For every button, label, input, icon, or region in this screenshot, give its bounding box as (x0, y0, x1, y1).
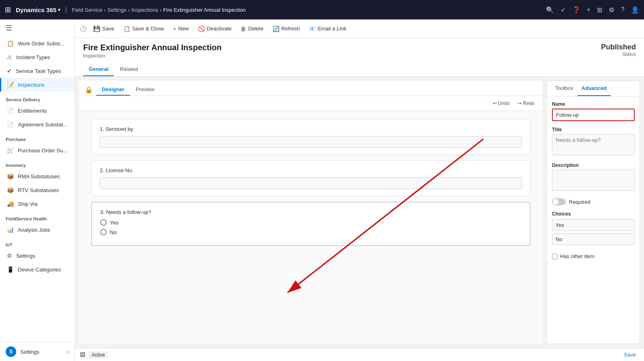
breadcrumb-settings[interactable]: Settings (107, 7, 127, 13)
sidebar-item-label: RMA Substatuses (18, 173, 60, 179)
brand[interactable]: Dynamics 365 ▾ (16, 6, 60, 13)
sidebar-item-label: Work Order Subst... (18, 41, 64, 47)
brand-name: Dynamics 365 (16, 6, 56, 13)
rp-tab-advanced[interactable]: Advanced (577, 81, 611, 96)
rtv-icon: 📦 (7, 187, 14, 193)
choice-no-input[interactable] (552, 233, 635, 245)
status-bar-icon: 🖼 (80, 352, 85, 358)
toggle-knob (553, 199, 558, 205)
has-other-checkbox[interactable] (552, 254, 558, 259)
tab-general[interactable]: General (83, 63, 114, 76)
settings-bottom-label: Settings (20, 349, 39, 355)
incident-icon: ⚠ (7, 54, 12, 60)
refresh-icon: 🔄 (273, 26, 279, 32)
add-icon[interactable]: + (587, 6, 590, 13)
sidebar-item-entitlements[interactable]: 📄 Entitlements (0, 104, 75, 117)
redo-button[interactable]: ↪ Redo (515, 99, 537, 107)
right-panel-body: Name Title Description (547, 96, 640, 264)
sidebar-item-incident-types[interactable]: ⚠ Incident Types (0, 50, 75, 64)
radio-yes-label: Yes (110, 220, 118, 226)
history-icon: 🕐 (80, 26, 87, 32)
form-tabs: General Related (83, 63, 636, 76)
check-icon[interactable]: ✓ (560, 6, 566, 14)
sidebar-settings-bottom[interactable]: S Settings ◁ (0, 342, 75, 361)
q3-option-yes[interactable]: Yes (100, 219, 522, 226)
sidebar-item-label: Agreement Substat... (18, 122, 67, 128)
user-icon[interactable]: 👤 (631, 6, 639, 14)
sidebar-item-label: Ship Via (18, 201, 37, 207)
top-nav: ⊞ Dynamics 365 ▾ | Field Service › Setti… (0, 0, 644, 19)
q2-input[interactable] (100, 177, 522, 189)
section-fieldservice-health: FieldService Health (0, 211, 75, 223)
refresh-label: Refresh (281, 26, 300, 32)
sidebar-item-inspections[interactable]: 📝 Inspections (0, 78, 75, 92)
sidebar-item-work-order-subst[interactable]: 📋 Work Order Subst... (0, 36, 75, 50)
apps-icon[interactable]: ⊞ (5, 5, 11, 14)
filter-icon[interactable]: ⊞ (597, 6, 602, 14)
sidebar-item-analysis-jobs[interactable]: 📊 Analysis Jobs (0, 223, 75, 237)
refresh-button[interactable]: 🔄 Refresh (268, 23, 304, 34)
brand-caret[interactable]: ▾ (58, 7, 60, 13)
designer-panel: 🔒 Designer Preview ↩ Undo ↪ Redo (79, 81, 543, 344)
sidebar-item-device-categories[interactable]: 📱 Device Categories (0, 263, 75, 276)
canvas-area[interactable]: 1. Serviced by 2. License No. 3. Needs a… (79, 111, 543, 344)
new-button[interactable]: + New (169, 23, 193, 34)
save-button[interactable]: 💾 Save (89, 23, 118, 34)
right-panel-tabs: Toolbox Advanced (547, 81, 640, 96)
sidebar-item-iot-settings[interactable]: ⚙ Settings (0, 249, 75, 263)
sidebar-item-rtv[interactable]: 📦 RTV Substatuses (0, 183, 75, 197)
sidebar-toggle[interactable]: ☰ (0, 19, 75, 36)
rp-tab-toolbox[interactable]: Toolbox (551, 81, 577, 96)
subtab-preview[interactable]: Preview (130, 84, 160, 96)
q1-label: 1. Serviced by (100, 126, 522, 132)
question-icon[interactable]: ? (621, 6, 625, 13)
breadcrumb-inspections[interactable]: Inspections (131, 7, 158, 13)
iot-settings-icon: ⚙ (7, 252, 12, 259)
app-name[interactable]: Field Service (72, 7, 102, 13)
sidebar-item-ship-via[interactable]: 🚚 Ship Via (0, 197, 75, 211)
rp-title-input[interactable] (552, 134, 635, 155)
q3-option-no[interactable]: No (100, 229, 522, 235)
sidebar-item-label: Incident Types (16, 54, 50, 60)
question-1[interactable]: 1. Serviced by (91, 119, 530, 155)
sidebar-item-agreement-substat[interactable]: 📄 Agreement Substat... (0, 117, 75, 131)
analysis-icon: 📊 (7, 226, 14, 233)
radio-no[interactable] (100, 229, 107, 235)
sidebar-item-purchase-order[interactable]: 🛒 Purchase Order Su... (0, 143, 75, 157)
section-iot: IoT (0, 237, 75, 249)
sidebar-item-rma[interactable]: 📦 RMA Substatuses (0, 169, 75, 183)
user-avatar: S (6, 346, 16, 357)
q3-label: 3. Needs a follow-up? (100, 209, 522, 215)
choice-yes-input[interactable] (552, 219, 635, 231)
form-header: Fire Extinguisher Annual Inspection Insp… (75, 38, 644, 77)
form-title: Fire Extinguisher Annual Inspection (83, 43, 222, 52)
radio-yes[interactable] (100, 219, 107, 226)
tab-related[interactable]: Related (114, 63, 144, 76)
q1-input[interactable] (100, 136, 522, 148)
rp-description-input[interactable] (552, 170, 635, 191)
settings-icon[interactable]: ⚙ (609, 6, 614, 14)
undo-button[interactable]: ↩ Undo (490, 99, 512, 107)
status-active-badge: Active (88, 351, 108, 359)
save-close-button[interactable]: 📋 Save & Close (119, 23, 168, 34)
save-label: Save (102, 26, 114, 32)
toolbar: 🕐 💾 Save 📋 Save & Close + New 🚫 Deactiva… (75, 19, 644, 38)
status-save-button[interactable]: Save (620, 350, 639, 359)
sidebar-item-service-task-types[interactable]: ✔ Service Task Types (0, 64, 75, 78)
question-2[interactable]: 2. License No. (91, 160, 530, 196)
sidebar-collapse-icon[interactable]: ◁ (65, 349, 69, 355)
subtab-designer[interactable]: Designer (96, 84, 130, 96)
undo-icon: ↩ (493, 100, 497, 106)
sidebar-item-label: Settings (16, 253, 35, 259)
question-3[interactable]: 3. Needs a follow-up? Yes No (91, 202, 530, 246)
search-icon[interactable]: 🔍 (546, 6, 554, 14)
content-area: 🔒 Designer Preview ↩ Undo ↪ Redo (75, 77, 644, 348)
delete-button[interactable]: 🗑 Delete (236, 23, 268, 34)
required-label: Required (569, 199, 590, 205)
help-icon[interactable]: ❓ (572, 6, 580, 14)
rp-name-input[interactable] (552, 109, 635, 121)
required-toggle[interactable] (552, 198, 566, 205)
email-link-button[interactable]: 📧 Email a Link (305, 23, 350, 34)
delete-label: Delete (248, 26, 264, 32)
deactivate-button[interactable]: 🚫 Deactivate (194, 23, 236, 34)
